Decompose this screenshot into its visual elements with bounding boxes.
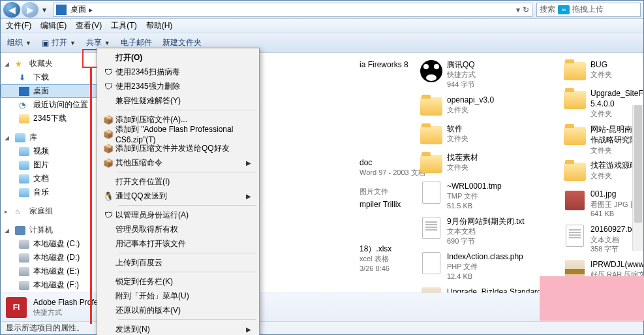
file-name: BUG <box>590 59 612 70</box>
context-menu-label: 附到「开始」菜单(U) <box>115 291 251 302</box>
menu-file[interactable]: 文件(F) <box>6 20 31 31</box>
file-name: 软件 <box>447 123 468 134</box>
context-menu-item[interactable]: 管理员取得所有权 <box>99 222 258 236</box>
file-item[interactable]: BUG文件夹 <box>562 58 643 84</box>
email-button[interactable]: 电子邮件 <box>121 37 152 48</box>
context-menu-item[interactable]: 还原以前的版本(V) <box>99 303 258 317</box>
file-item[interactable]: Upgrade_BizIdea.Standard_5.x.x-5.4.0.0.r… <box>418 285 529 293</box>
address-dropdown-icon[interactable]: ▾ <box>516 5 520 14</box>
file-icon <box>420 123 443 147</box>
menu-help[interactable]: 帮助(H) <box>146 20 173 31</box>
breadcrumb-chevron-icon[interactable]: ▸ <box>89 5 93 14</box>
context-menu-item[interactable]: 🛡使用2345扫描病毒 <box>99 65 258 79</box>
context-menu-item[interactable]: 兼容性疑难解答(Y) <box>99 93 258 108</box>
address-bar[interactable]: 桌面 ▸ ▾ ↻ <box>53 3 532 17</box>
context-menu-separator <box>118 110 256 110</box>
context-menu-item[interactable]: 发送到(N)▶ <box>99 322 258 335</box>
sidebar-item-drive-d[interactable]: 本地磁盘 (D:) <box>1 251 98 264</box>
file-column-3: 腾讯QQ快捷方式944 字节openapi_v3.0文件夹软件文件夹找茬素材文件… <box>418 58 562 293</box>
context-menu-item[interactable]: 📦添加到压缩文件并发送给QQ好友 <box>99 141 258 155</box>
file-name: ~WRL0001.tmp <box>447 181 502 191</box>
file-meta: 文本文档 <box>590 235 636 245</box>
file-item[interactable]: 腾讯QQ快捷方式944 字节 <box>418 58 529 91</box>
context-menu-label: 添加到 "Adobe Flash Professional CS6.zip"(T… <box>115 124 251 144</box>
sidebar-homegroup-head[interactable]: ▸⌂家庭组 <box>1 204 98 218</box>
file-item[interactable]: IndexAction.class.phpPHP 文件12.4 KB <box>418 250 529 283</box>
scrollbar-thumb[interactable] <box>634 105 642 223</box>
file-item[interactable]: Upgrade_SiteFactory.Standard_5.x.x.x-5.4… <box>562 87 643 120</box>
file-meta: 文件夹 <box>590 70 612 80</box>
nav-sidebar: ◢★收藏夹 ⬇下载 桌面 ◔最近访问的位置 2345下载 ◢库 视频 图片 文档… <box>1 53 99 293</box>
sidebar-item-pictures[interactable]: 图片 <box>1 158 98 172</box>
context-menu-separator <box>118 205 256 206</box>
file-meta: 快捷方式 <box>447 70 476 80</box>
location-icon <box>56 5 67 15</box>
context-menu-item[interactable]: 打开文件位置(I) <box>99 174 258 189</box>
vertical-scrollbar[interactable] <box>632 105 643 251</box>
context-menu-item[interactable]: 上传到百度云 <box>99 255 258 270</box>
context-menu-label: 上传到百度云 <box>115 257 251 268</box>
sidebar-item-recent[interactable]: ◔最近访问的位置 <box>1 98 98 112</box>
file-item[interactable]: 软件文件夹 <box>418 122 529 148</box>
partial-column: ia Fireworks 8 docWord 97 - 2003 文档 图片文件… <box>358 58 423 275</box>
nav-history-dropdown[interactable]: ▾ <box>40 5 49 14</box>
open-button[interactable]: ▣打开▼ <box>42 37 76 48</box>
context-menu-icon: 📦 <box>101 115 115 125</box>
context-menu-separator <box>118 319 256 320</box>
context-menu-item[interactable]: 🛡以管理员身份运行(A) <box>99 208 258 222</box>
file-item[interactable]: 找茬游戏源码文件夹 <box>562 159 643 185</box>
share-button[interactable]: 共享▼ <box>86 37 110 48</box>
context-menu-item[interactable]: 🐧通过QQ发送到▶ <box>99 189 258 203</box>
context-menu-item[interactable]: 锁定到任务栏(K) <box>99 274 258 289</box>
file-meta: 文件夹 <box>590 171 637 181</box>
organize-button[interactable]: 组织▼ <box>7 37 31 48</box>
sidebar-item-drive-f[interactable]: 本地磁盘 (F:) <box>1 278 98 292</box>
nav-forward-button[interactable]: ▶ <box>22 2 38 18</box>
sidebar-item-drive-e[interactable]: 本地磁盘 (E:) <box>1 264 98 278</box>
file-item[interactable]: ~WRL0001.tmpTMP 文件51.5 KB <box>418 180 529 212</box>
file-name: IPRWDJL(www.greenxf.com).rar <box>590 259 643 270</box>
file-item[interactable]: 20160927.txt文本文档358 字节 <box>562 223 643 255</box>
details-type: 快捷方式 <box>33 308 106 317</box>
file-item[interactable]: 找茬素材文件夹 <box>418 151 529 177</box>
refresh-icon[interactable]: ↻ <box>523 5 529 14</box>
file-item[interactable]: 001.jpg看图王 JPG 图片文件641 KB <box>562 187 643 220</box>
upload-badge-icon[interactable]: ∞ <box>558 5 570 14</box>
file-item[interactable]: openapi_v3.0文件夹 <box>418 93 529 120</box>
search-box[interactable]: 搜索 ∞ 拖拽上传 <box>536 3 641 17</box>
context-menu-item[interactable]: 🛡使用2345强力删除 <box>99 79 258 93</box>
context-menu-label: 打开文件位置(I) <box>115 176 251 187</box>
context-menu-item[interactable]: 附到「开始」菜单(U) <box>99 289 258 303</box>
menu-tools[interactable]: 工具(T) <box>111 20 136 31</box>
context-menu-label: 还原以前的版本(V) <box>115 305 251 316</box>
context-menu-item[interactable]: 📦添加到 "Adobe Flash Professional CS6.zip"(… <box>99 127 258 141</box>
sidebar-item-drive-c[interactable]: 本地磁盘 (C:) <box>1 237 98 251</box>
sidebar-computer-head[interactable]: ◢计算机 <box>1 223 98 237</box>
file-name: IndexAction.class.php <box>447 251 523 262</box>
file-name: 腾讯QQ <box>447 59 476 70</box>
context-menu-icon: 🐧 <box>101 191 115 201</box>
context-menu-icon: 📦 <box>101 129 115 139</box>
menu-edit[interactable]: 编辑(E) <box>40 20 67 31</box>
file-item[interactable]: 网站-昆明南亚东南亚合作战略研究院文件夹 <box>562 123 643 156</box>
sidebar-item-music[interactable]: 音乐 <box>1 185 98 199</box>
context-menu-item[interactable]: 用记事本打开该文件 <box>99 236 258 251</box>
sidebar-item-documents[interactable]: 文档 <box>1 172 98 185</box>
file-icon <box>420 181 443 204</box>
file-name: 20160927.txt <box>590 224 636 234</box>
context-menu-item[interactable]: 打开(O) <box>99 50 258 65</box>
file-item[interactable]: 9月份网站到期关闭.txt文本文档690 字节 <box>418 215 529 247</box>
context-menu[interactable]: 打开(O)🛡使用2345扫描病毒🛡使用2345强力删除兼容性疑难解答(Y)📦添加… <box>97 48 260 335</box>
context-menu-label: 打开(O) <box>115 52 251 63</box>
sidebar-favorites-head[interactable]: ◢★收藏夹 <box>1 57 98 71</box>
nav-back-button[interactable]: ◀ <box>3 2 20 18</box>
sidebar-item-videos[interactable]: 视频 <box>1 144 98 158</box>
context-menu-item[interactable]: 📦其他压缩命令▶ <box>99 155 258 170</box>
sidebar-libraries-head[interactable]: ◢库 <box>1 131 98 144</box>
sidebar-item-2345[interactable]: 2345下载 <box>1 112 98 125</box>
sidebar-item-desktop[interactable]: 桌面 <box>1 84 98 98</box>
new-folder-button[interactable]: 新建文件夹 <box>162 37 202 48</box>
location-text: 桌面 <box>70 4 86 15</box>
sidebar-item-downloads[interactable]: ⬇下载 <box>1 71 98 84</box>
menu-view[interactable]: 查看(V) <box>76 20 102 31</box>
